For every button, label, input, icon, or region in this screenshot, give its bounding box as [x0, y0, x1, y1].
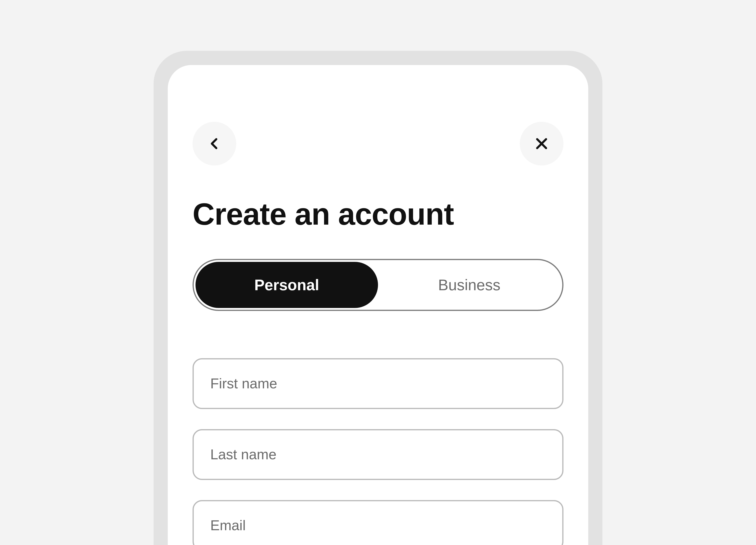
account-type-personal-label: Personal — [254, 276, 319, 294]
first-name-field[interactable] — [193, 358, 563, 409]
account-type-personal[interactable]: Personal — [195, 262, 378, 308]
close-icon — [534, 136, 549, 151]
close-button[interactable] — [520, 122, 563, 165]
phone-frame: Create an account Personal Business — [154, 51, 602, 545]
account-type-toggle: Personal Business — [193, 259, 563, 311]
account-type-business-label: Business — [438, 276, 500, 294]
page-title: Create an account — [193, 196, 563, 232]
last-name-field[interactable] — [193, 429, 563, 480]
email-field[interactable] — [193, 500, 563, 545]
stage: Create an account Personal Business — [0, 0, 756, 545]
account-type-business[interactable]: Business — [378, 262, 561, 308]
back-button[interactable] — [193, 122, 236, 165]
header-row — [193, 122, 563, 165]
phone-screen: Create an account Personal Business — [168, 65, 588, 545]
chevron-left-icon — [207, 136, 222, 151]
